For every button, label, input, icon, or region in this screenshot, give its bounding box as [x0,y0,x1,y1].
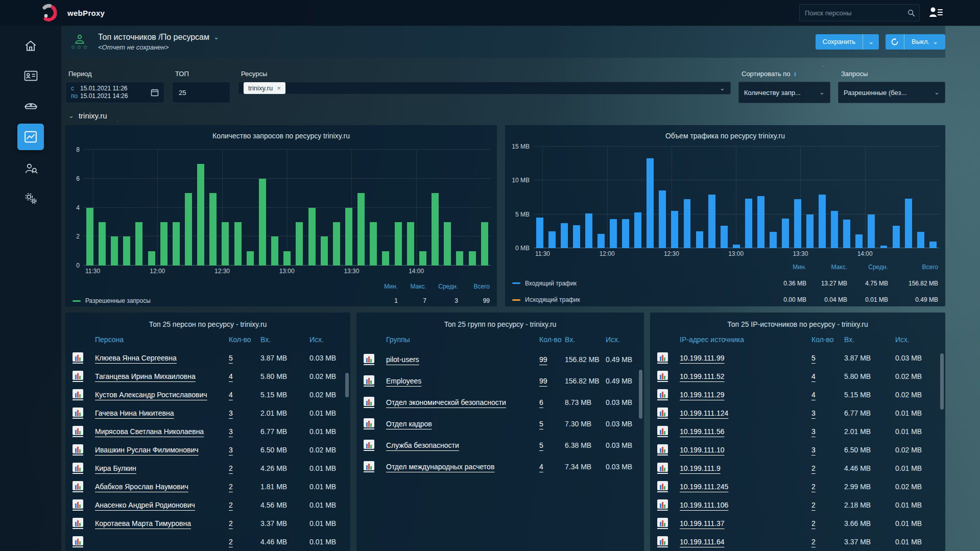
user-menu-icon[interactable] [928,6,943,19]
resource-chip[interactable]: trinixy.ru × [244,82,285,94]
row-name-link[interactable]: Анасенко Андрей Родионович [95,501,195,509]
row-name-link[interactable]: 10.199.111.9 [680,464,721,472]
row-name-link[interactable]: Кустов Александр Ростиславович [95,391,207,399]
row-count-link[interactable]: 2 [811,464,816,472]
top-count-field[interactable] [172,82,230,103]
person-search-box[interactable] [799,4,920,21]
row-name-link[interactable]: Гачева Нина Никитевна [95,409,174,417]
row-count-link[interactable]: 3 [811,409,816,417]
chevron-down-icon[interactable]: ⌄ [720,86,725,90]
row-name-link[interactable]: 10.199.111.245 [680,483,728,491]
row-name-link[interactable]: 10.199.111.124 [680,409,728,417]
row-count-link[interactable]: 3 [229,427,233,436]
row-count-link[interactable]: 4 [811,372,816,380]
row-name-link[interactable]: Таганцева Ирина Михаиловна [95,372,196,380]
bar-chart-icon[interactable] [657,463,668,474]
row-count-link[interactable]: 2 [229,519,233,528]
row-name-link[interactable]: Ивашкин Руслан Филимонович [95,446,199,454]
row-name-link[interactable]: Мирясова Светлана Николаевна [95,427,204,436]
bar-chart-icon[interactable] [657,481,668,492]
scrollbar-thumb[interactable] [345,373,349,397]
row-name-link[interactable]: 10.199.111.52 [680,372,724,380]
bar-chart-icon[interactable] [657,371,668,382]
bar-chart-icon[interactable] [364,375,374,387]
row-name-link[interactable]: Employees [386,377,421,385]
report-title[interactable]: Топ источников /По ресурсам [98,33,209,42]
row-count-link[interactable]: 6 [539,398,543,406]
sidebar-item-persons[interactable] [17,157,44,180]
sort-by-select[interactable]: Количеству запр... ⌄ [738,82,830,103]
row-count-link[interactable]: 2 [811,483,816,491]
save-button[interactable]: Сохранить [816,34,863,50]
scrollbar-thumb[interactable] [940,353,944,410]
sidebar-item-reports[interactable] [17,124,44,150]
row-name-link[interactable]: 10.199.111.99 [680,354,724,362]
bar-chart-icon[interactable] [73,536,83,547]
row-name-link[interactable]: Отдел экономической безопасности [386,398,506,406]
row-count-link[interactable]: 2 [811,501,816,509]
row-name-link[interactable]: 10.199.111.10 [680,446,724,454]
row-count-link[interactable]: 4 [229,372,233,380]
bar-chart-icon[interactable] [364,461,374,472]
power-off-button[interactable]: Выкл. ⌄ [904,34,945,50]
row-name-link[interactable]: 10.199.111.29 [680,391,724,399]
bar-chart-icon[interactable] [364,397,374,408]
row-count-link[interactable]: 3 [229,409,233,417]
row-count-link[interactable]: 4 [811,391,816,399]
search-icon[interactable] [907,9,915,17]
row-count-link[interactable]: 99 [539,377,547,385]
row-name-link[interactable]: Абабков Ярослав Наумович [95,483,188,491]
row-count-link[interactable]: 2 [811,538,816,546]
bar-chart-icon[interactable] [364,440,374,451]
bar-chart-icon[interactable] [73,426,83,437]
bar-chart-icon[interactable] [364,354,374,365]
bar-chart-icon[interactable] [364,418,374,429]
sort-direction-icon[interactable]: ▲▼ [794,71,797,77]
row-count-link[interactable]: 2 [229,538,233,546]
bar-chart-icon[interactable] [657,444,668,456]
row-count-link[interactable]: 99 [539,355,547,364]
bar-chart-icon[interactable] [73,408,83,419]
bar-chart-icon[interactable] [73,371,83,382]
bar-chart-icon[interactable] [73,463,83,474]
bar-chart-icon[interactable] [73,499,83,511]
bar-chart-icon[interactable] [657,499,668,511]
row-count-link[interactable]: 3 [811,446,816,454]
bar-chart-icon[interactable] [657,389,668,400]
bar-chart-icon[interactable] [73,518,83,529]
row-count-link[interactable]: 5 [229,354,233,362]
sidebar-item-settings[interactable] [17,187,44,209]
top-count-input[interactable] [178,88,225,97]
bar-chart-icon[interactable] [73,352,83,364]
resource-section-header[interactable]: ⌄ trinixy.ru [68,111,945,120]
row-name-link[interactable]: 10.199.111.56 [680,427,724,436]
save-dropdown-button[interactable]: ⌄ [863,34,879,50]
row-name-link[interactable]: 10.199.111.106 [680,501,728,509]
row-count-link[interactable]: 2 [229,464,233,472]
resources-select[interactable]: trinixy.ru × ⌄ [238,82,731,94]
row-count-link[interactable]: 5 [539,441,543,449]
scrollbar-thumb[interactable] [639,370,642,419]
row-name-link[interactable]: Клюева Янна Сергеевна [95,354,177,362]
row-count-link[interactable]: 5 [811,354,816,362]
bar-chart-icon[interactable] [657,518,668,529]
period-picker[interactable]: с15.01.2021 11:26 по15.01.2021 14:26 [65,82,164,103]
sidebar-item-contacts[interactable] [17,64,44,87]
calendar-icon[interactable] [151,88,159,97]
bar-chart-icon[interactable] [657,352,668,364]
bar-chart-icon[interactable] [73,389,83,400]
row-name-link[interactable]: 10.199.111.37 [680,519,724,528]
refresh-button[interactable] [886,34,904,50]
bar-chart-icon[interactable] [73,481,83,492]
row-name-link[interactable]: Отдел кадров [386,420,432,428]
row-name-link[interactable]: Служба безопасности [386,441,459,449]
bar-chart-icon[interactable] [657,426,668,437]
bar-chart-icon[interactable] [657,536,668,547]
row-count-link[interactable]: 4 [539,463,543,471]
row-count-link[interactable]: 2 [229,501,233,509]
search-input[interactable] [804,9,907,17]
chip-remove-icon[interactable]: × [277,84,281,92]
requests-filter-select[interactable]: Разрешенные (без... ⌄ [838,82,945,103]
bar-chart-icon[interactable] [73,444,83,456]
bar-chart-icon[interactable] [657,408,668,419]
